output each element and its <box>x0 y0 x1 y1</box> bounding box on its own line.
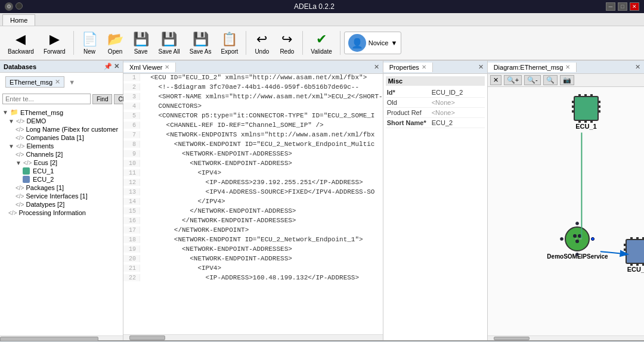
line-number: 10 <box>123 160 140 167</box>
list-item[interactable]: </> Long Name (Fibex for customer <box>1 125 122 133</box>
databases-header: Databases 📌 ✕ <box>0 61 123 73</box>
toolbar: ◀ Backward ▶ Forward 📄 New 📂 Open 💾 Save… <box>0 26 644 61</box>
user-button[interactable]: 👤 Novice ▼ <box>344 32 402 54</box>
export-button[interactable]: 📋 Export <box>216 29 242 57</box>
backward-icon: ◀ <box>16 32 26 47</box>
line-number: 8 <box>123 141 140 148</box>
forward-icon: ▶ <box>49 32 60 47</box>
line-number: 17 <box>123 226 140 234</box>
xml-scrollbar[interactable] <box>123 334 383 340</box>
tree-folder-icon: 📁 <box>10 108 18 116</box>
save-as-button[interactable]: 💾 Save As <box>185 29 216 57</box>
line-content: <SHORT-NAME xmlns="http://www.asam.net/x… <box>140 93 383 100</box>
xml-line: 14 </IPV4> <box>123 198 383 207</box>
diagram-hscrollbar-thumb[interactable] <box>494 337 530 340</box>
tree-expand-icon: ▼ <box>8 118 14 125</box>
diagram-panel-close[interactable]: ✕ <box>631 62 644 72</box>
tree-item-label: EThernet_msg <box>20 109 63 116</box>
props-row-productref: Product Ref <None> <box>386 108 485 118</box>
maximize-button[interactable]: □ <box>618 2 627 11</box>
xml-viewer-tab[interactable]: Xml Viewer ✕ <box>123 63 176 72</box>
props-row-old: Old <None> <box>386 98 485 108</box>
forward-button[interactable]: ▶ Forward <box>39 29 70 57</box>
tree-item-label: Processing Information <box>18 209 86 216</box>
line-content: <NETWORK-ENDPOINT-ADDRESSES> <box>140 245 292 253</box>
diagram-zoom-in-button[interactable]: 🔍+ <box>504 75 522 85</box>
props-panel-close[interactable]: ✕ <box>475 62 487 72</box>
db-dropdown[interactable]: ▼ <box>69 79 75 86</box>
list-item[interactable]: </> Packages [1] <box>1 184 122 192</box>
open-icon: 📂 <box>107 32 123 47</box>
backward-button[interactable]: ◀ Backward <box>4 29 38 57</box>
diagram-zoom-fit-button[interactable]: 🔍 <box>543 75 558 85</box>
list-item[interactable]: ▼ </> Ecus [2] <box>1 158 122 167</box>
diagram-zoom-out-button[interactable]: 🔍- <box>524 75 541 85</box>
line-content: </IPV4> <box>140 198 225 205</box>
db-scrollbar-thumb[interactable] <box>0 337 98 341</box>
xml-line: 10 <NETWORK-ENDPOINT-ADDRESS> <box>123 160 383 169</box>
databases-pin[interactable]: 📌 <box>104 63 112 70</box>
tree-item-label: Ecus [2] <box>33 159 57 166</box>
xml-line: 12 <IP-ADDRESS>239.192.255.251</IP-ADDRE… <box>123 179 383 188</box>
undo-button[interactable]: ↩ Undo <box>250 29 274 57</box>
line-content: <IPV4> <box>140 169 221 176</box>
list-item[interactable]: </> Processing Information <box>1 209 122 217</box>
diagram-tab[interactable]: Diagram:EThernet_msg ✕ <box>488 63 577 72</box>
tree-xml-icon: </> <box>16 126 24 133</box>
service-element: DemoSOMEIPService <box>547 226 608 260</box>
user-label: Novice <box>369 39 389 46</box>
db-scrollbar[interactable] <box>0 335 123 340</box>
new-button[interactable]: 📄 New <box>78 29 102 57</box>
list-item[interactable]: </> Service Interfaces [1] <box>1 192 122 200</box>
properties-tab[interactable]: Properties ✕ <box>383 63 433 72</box>
xml-scrollbar-thumb[interactable] <box>129 335 165 340</box>
diagram-tab-close[interactable]: ✕ <box>565 64 570 70</box>
minimize-button[interactable]: ─ <box>606 2 615 11</box>
xml-line: 17 </NETWORK-ENDPOINT> <box>123 226 383 236</box>
xml-tab-close[interactable]: ✕ <box>165 64 169 70</box>
db-tab-wrapper: EThernet_msg ✕ ▼ <box>0 73 123 91</box>
xml-panel-close[interactable]: ✕ <box>370 62 383 72</box>
search-input[interactable] <box>2 94 91 104</box>
open-button[interactable]: 📂 Open <box>103 29 128 57</box>
list-item[interactable]: </> Companies Data [1] <box>1 133 122 142</box>
db-tab-ethernet[interactable]: EThernet_msg ✕ <box>5 76 64 88</box>
diagram-camera-button[interactable]: 📷 <box>560 75 574 85</box>
props-tab-close[interactable]: ✕ <box>422 64 426 70</box>
redo-label: Redo <box>280 48 294 55</box>
props-key-shortname: Short Name* <box>387 119 432 126</box>
tab-home[interactable]: Home <box>2 14 35 26</box>
validate-icon: ✔ <box>316 32 327 47</box>
save-button[interactable]: 💾 Save <box>129 29 153 57</box>
tree-item-label: DEMO <box>26 117 46 125</box>
db-tab-close[interactable]: ✕ <box>55 78 60 86</box>
list-item[interactable]: ▼ 📁 EThernet_msg <box>1 108 122 117</box>
close-button[interactable]: ✕ <box>630 2 639 11</box>
list-item[interactable]: ECU_2 <box>1 175 122 184</box>
title-bar: ⚙ ADELa 0.2.2 ─ □ ✕ <box>0 0 644 13</box>
list-item[interactable]: </> Channels [2] <box>1 150 122 158</box>
save-all-button[interactable]: 💾 Save All <box>154 29 184 57</box>
props-tab-bar: Properties ✕ ✕ <box>383 61 487 74</box>
diagram-panel: Diagram:EThernet_msg ✕ ✕ ✕ 🔍+ 🔍- 🔍 📷 <box>488 61 644 340</box>
diagram-delete-button[interactable]: ✕ <box>490 75 501 85</box>
line-number: 5 <box>123 112 140 119</box>
find-button[interactable]: Find <box>92 94 112 104</box>
line-number: 3 <box>123 93 140 100</box>
list-item[interactable]: </> Datatypes [2] <box>1 200 122 209</box>
diagram-canvas[interactable]: ECU_1 ECU_2 <box>488 87 644 340</box>
redo-button[interactable]: ↪ Redo <box>275 29 299 57</box>
list-item[interactable]: ▼ </> Elements <box>1 142 122 150</box>
line-content: <NETWORK-ENDPOINTS xmlns="http://www.asa… <box>140 131 374 138</box>
quick-access[interactable] <box>16 2 23 10</box>
validate-button[interactable]: ✔ Validate <box>306 29 336 57</box>
list-item[interactable]: ECU_1 <box>1 167 122 175</box>
databases-close[interactable]: ✕ <box>114 63 119 70</box>
database-tree: ▼ 📁 EThernet_msg ▼ </> DEMO </> Long Nam… <box>0 107 123 335</box>
properties-tab-label: Properties <box>389 64 419 71</box>
xml-content[interactable]: 1 <ECU ID="ECU_ID_2" xmlns="http://www.a… <box>123 74 383 334</box>
diagram-hscrollbar[interactable] <box>488 335 644 340</box>
list-item[interactable]: ▼ </> DEMO <box>1 117 122 125</box>
new-icon: 📄 <box>82 32 98 47</box>
line-content: </NETWORK-ENDPOINT-ADDRESSES> <box>140 217 296 224</box>
